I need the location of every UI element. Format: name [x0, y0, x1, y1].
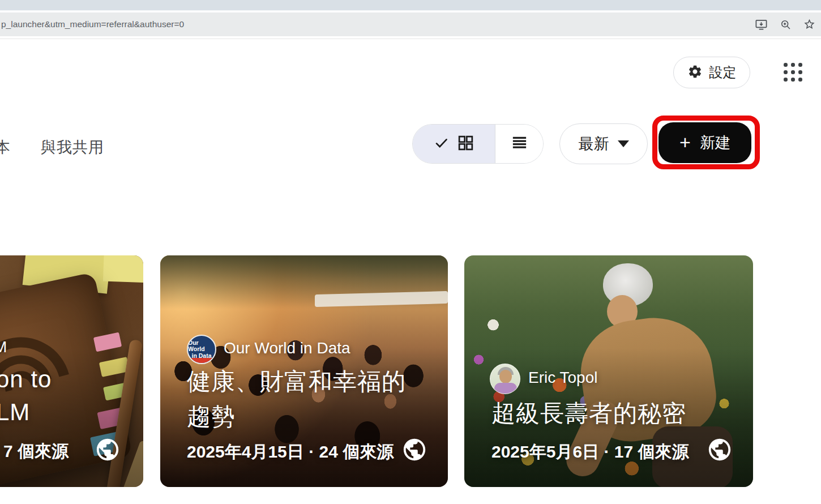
address-bar[interactable]: p_launcher&utm_medium=referral&authuser=… — [0, 12, 821, 36]
globe-icon — [707, 437, 733, 463]
grid-view-icon — [457, 134, 474, 154]
notebook-card-intro[interactable]: M on to LM 7 個來源 — [0, 255, 143, 487]
url-field[interactable]: p_launcher&utm_medium=referral&authuser=… — [0, 19, 755, 29]
apps-grid-icon[interactable] — [784, 63, 802, 82]
new-button-label: 新建 — [700, 133, 730, 153]
view-toggle-grid-selected[interactable] — [413, 125, 495, 163]
sort-dropdown[interactable]: 最新 — [559, 123, 648, 164]
zoom-in-icon[interactable] — [780, 19, 792, 31]
tab-shared-with-me[interactable]: 與我共用 — [41, 137, 104, 157]
globe-icon — [401, 437, 427, 463]
card-title-fragment-line1: on to — [0, 366, 52, 392]
settings-label: 設定 — [709, 63, 737, 82]
check-icon — [434, 135, 449, 153]
card-title-fragment-line2: LM — [0, 399, 30, 425]
bookmark-star-icon[interactable] — [803, 19, 815, 31]
globe-icon — [95, 437, 121, 463]
view-toggle-list[interactable] — [495, 125, 543, 163]
card-source-label: Our World in Data — [224, 339, 350, 357]
notebook-card-owid-trends[interactable]: Our World in Data Our World in Data 健康、財… — [160, 255, 448, 487]
card-title-line2: 趨勢 — [187, 399, 236, 434]
author-avatar — [490, 364, 520, 394]
gear-icon — [687, 64, 703, 82]
view-toggle — [412, 124, 544, 164]
install-app-icon[interactable] — [755, 18, 768, 31]
tab-my-notebooks-fragment[interactable]: 本 — [0, 137, 10, 157]
browser-tab-strip — [0, 0, 821, 11]
card-title-line1: 健康、財富和幸福的 — [187, 364, 406, 399]
chevron-down-icon — [618, 140, 629, 147]
card-source-label-fragment: M — [0, 338, 7, 356]
card-title-line1: 超級長壽者的秘密 — [491, 396, 686, 431]
chrome-divider — [0, 36, 821, 39]
card-meta: 2025年4月15日 · 24 個來源 — [187, 441, 394, 464]
sort-label: 最新 — [579, 134, 609, 154]
new-notebook-button[interactable]: + 新建 — [658, 122, 751, 163]
plus-icon: + — [679, 133, 691, 152]
card-meta-fragment: 7 個來源 — [3, 440, 69, 463]
card-meta: 2025年5月6日 · 17 個來源 — [491, 441, 689, 464]
owid-logo-badge: Our World in Data — [187, 335, 216, 364]
settings-button[interactable]: 設定 — [673, 57, 750, 88]
address-bar-icons — [755, 18, 821, 31]
list-view-icon — [511, 134, 528, 154]
notebook-card-super-agers[interactable]: Eric Topol 超級長壽者的秘密 2025年5月6日 · 17 個來源 — [464, 255, 753, 487]
card-author-label: Eric Topol — [528, 369, 597, 387]
